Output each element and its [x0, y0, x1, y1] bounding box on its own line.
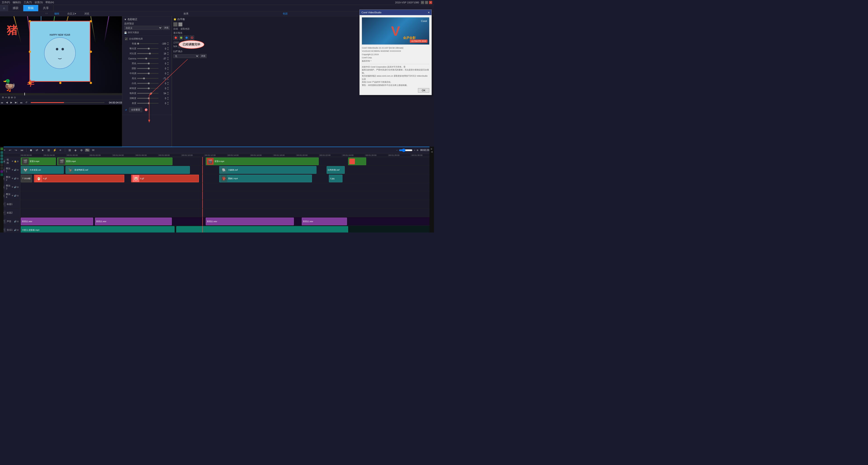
- slider-arrows-11[interactable]: ▲▼: [167, 96, 169, 100]
- slider-thumb-4[interactable]: [148, 63, 150, 64]
- slider-arrows-4[interactable]: ▲▼: [167, 62, 169, 66]
- slider-track-5[interactable]: [137, 68, 158, 69]
- slider-arrows-3[interactable]: ▲▼: [167, 57, 169, 61]
- track-type-o3-icon[interactable]: [0, 158, 3, 160]
- tl-btn-motion[interactable]: ⊕: [79, 148, 84, 152]
- tl-btn-transition[interactable]: ⇄: [35, 148, 39, 152]
- menu-tools[interactable]: 工具(T): [24, 1, 32, 4]
- wb-picker-4[interactable]: ⭕: [190, 35, 194, 40]
- tl-btn-crop[interactable]: ⊠: [67, 148, 72, 152]
- ctrl-play[interactable]: ▶: [10, 101, 13, 104]
- clip-extra-1[interactable]: [348, 158, 366, 165]
- zoom-slider[interactable]: [399, 148, 412, 152]
- color-correction-header[interactable]: ▼ 色彩校正: [124, 17, 170, 22]
- ok-button[interactable]: OK: [418, 88, 429, 93]
- ctrl-loop[interactable]: ↺: [25, 101, 28, 104]
- slider-thumb-12[interactable]: [148, 102, 150, 104]
- tc-btn-eye-o3[interactable]: 👁: [11, 186, 13, 188]
- track-type-o2-icon[interactable]: [0, 154, 3, 157]
- slider-track-11[interactable]: [137, 98, 158, 99]
- home-button[interactable]: ⌂: [0, 5, 8, 11]
- wb-picker-3[interactable]: 🔵: [184, 35, 189, 40]
- ctrl-next-end[interactable]: ⏭: [20, 101, 23, 104]
- eyedropper-icon[interactable]: 🎯: [145, 108, 148, 111]
- clip-2jpg[interactable]: 2.jpg: [329, 175, 342, 182]
- tl-btn-email[interactable]: ✉: [91, 148, 95, 152]
- menu-file[interactable]: 文件(F): [2, 1, 10, 4]
- clip-dog[interactable]: 白狗奔跑.swf: [327, 166, 345, 174]
- selection-handle-ml[interactable]: [29, 51, 31, 53]
- tab-share[interactable]: 共享: [38, 5, 54, 11]
- wb-pickup-label[interactable]: 提取色彩: [181, 27, 190, 31]
- ctrl-step-back[interactable]: ◀: [5, 101, 8, 104]
- clip-music-2[interactable]: [176, 226, 348, 232]
- tc-btn-link-o3[interactable]: ⊞: [17, 186, 19, 188]
- clip-bg3-1[interactable]: 🎬 背景3.mp4: [21, 158, 56, 165]
- tc-btn-eye-o1[interactable]: 👁: [11, 169, 13, 171]
- wb-swatch-dark[interactable]: [174, 22, 178, 27]
- preview-icon-5[interactable]: ⊙: [14, 96, 16, 99]
- tc-btn-vol-o1[interactable]: 🔊: [14, 169, 17, 171]
- subtab-browse[interactable]: 浏览: [83, 12, 91, 15]
- minimize-button[interactable]: ─: [421, 1, 424, 4]
- track-type-audio-icon[interactable]: [0, 170, 3, 173]
- slider-arrows-0[interactable]: ▲▼: [167, 41, 169, 46]
- slider-thumb-2[interactable]: [149, 53, 151, 55]
- collapse-btn[interactable]: ◀: [431, 151, 433, 153]
- track-type-o1-icon[interactable]: [0, 151, 3, 154]
- slider-track-4[interactable]: [137, 63, 158, 64]
- zoom-out-btn[interactable]: －: [396, 149, 398, 152]
- dialog-close-button[interactable]: ×: [428, 11, 430, 14]
- preview-icon-1[interactable]: ⚙: [2, 96, 4, 99]
- slider-thumb-1[interactable]: [148, 48, 150, 49]
- reset-all-button[interactable]: 全部重置: [129, 107, 142, 112]
- wb-auto-label[interactable]: 自动: [174, 27, 178, 31]
- window-buttons[interactable]: ─ □ ✕: [421, 1, 432, 4]
- slider-arrows-1[interactable]: ▲▼: [167, 46, 169, 51]
- clip-audio-4[interactable]: 第四次.wav: [302, 218, 347, 225]
- auto-adjust-checkbox[interactable]: ✓: [125, 37, 128, 40]
- tl-btn-split[interactable]: ⊞: [46, 148, 51, 152]
- clip-audio-2[interactable]: 第四次.wav: [95, 218, 172, 225]
- slider-thumb-9[interactable]: [148, 88, 150, 89]
- slider-thumb-3[interactable]: [145, 58, 147, 59]
- preset-select[interactable]: 自定义: [124, 26, 162, 30]
- track-type-music-icon[interactable]: [0, 173, 3, 176]
- slider-track-0[interactable]: [137, 43, 158, 44]
- subtab-custom[interactable]: 自定义▾: [66, 12, 78, 15]
- tc-btn-vol-a[interactable]: 🔊: [14, 220, 17, 223]
- track-type-video-icon[interactable]: [0, 147, 3, 150]
- tc-btn-eye-o4[interactable]: 👁: [11, 195, 13, 197]
- tl-btn-track[interactable]: ≡: [58, 148, 63, 152]
- tl-btn-record[interactable]: ⏺: [29, 148, 33, 152]
- clip-duck[interactable]: 🦆 唐老鸭鲜花.swf: [66, 166, 190, 174]
- track-type-o4-icon[interactable]: [0, 161, 3, 163]
- zoom-in-btn[interactable]: ＋: [413, 149, 416, 152]
- tc-btn-eye-o2[interactable]: 👁: [11, 177, 13, 179]
- tc-btn-vol-o3[interactable]: 🔊: [14, 186, 17, 188]
- menu-settings[interactable]: 设置(S): [35, 1, 43, 4]
- tab-edit[interactable]: 剪辑: [23, 5, 38, 11]
- slider-track-3[interactable]: [137, 58, 158, 59]
- tl-btn-fx[interactable]: ★: [40, 148, 45, 152]
- slider-arrows-9[interactable]: ▲▼: [167, 86, 169, 90]
- slider-track-9[interactable]: [137, 88, 158, 89]
- clip-music-1[interactable]: 卡密儿-贺新春.mp3: [21, 226, 175, 232]
- selection-handle-br[interactable]: [90, 82, 92, 84]
- tc-btn-link-o2[interactable]: ⊞: [17, 177, 19, 179]
- slider-arrows-10[interactable]: ▲▼: [167, 91, 169, 95]
- slider-arrows-5[interactable]: ▲▼: [167, 66, 169, 70]
- tl-btn-speed[interactable]: ⚡: [52, 148, 57, 152]
- expand-btn[interactable]: ▶: [431, 147, 433, 150]
- tl-btn-start[interactable]: ⏮: [20, 148, 24, 152]
- tc-btn-lock[interactable]: 🔒: [14, 160, 17, 162]
- tc-btn-eye[interactable]: 👁: [11, 160, 13, 162]
- lut-select[interactable]: 无: [174, 54, 199, 58]
- preview-icon-2[interactable]: ✂: [5, 96, 7, 99]
- slider-arrows-7[interactable]: ▲▼: [167, 76, 169, 80]
- subtab-effects[interactable]: 效果: [182, 12, 190, 15]
- slider-thumb-11[interactable]: [148, 97, 150, 99]
- track-type-t1-icon[interactable]: [0, 164, 3, 167]
- slider-thumb-5[interactable]: [148, 68, 150, 69]
- reset-all-icon[interactable]: ↺: [125, 109, 127, 111]
